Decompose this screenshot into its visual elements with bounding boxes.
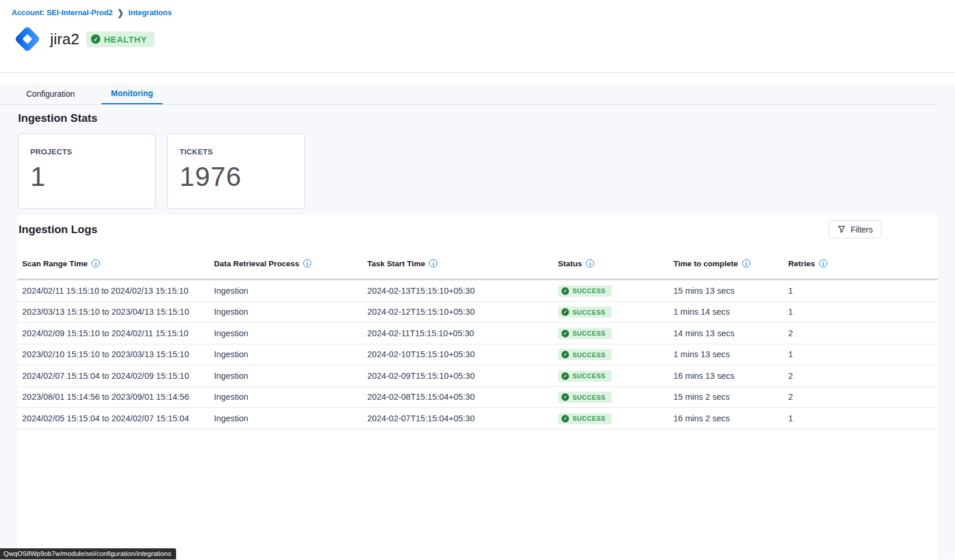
table-row: 2023/03/13 15:15:10 to 2023/04/13 15:15:… <box>17 302 938 323</box>
stat-label: PROJECTS <box>30 147 143 156</box>
cell-time-to-complete: 14 mins 13 secs <box>673 329 788 338</box>
filter-funnel-icon <box>837 225 846 234</box>
info-icon[interactable]: i <box>586 259 594 267</box>
tab-monitoring[interactable]: Monitoring <box>101 83 162 104</box>
check-circle-icon: ✓ <box>561 287 569 295</box>
status-badge: ✓ SUCCESS <box>558 286 612 297</box>
breadcrumb-integrations-link[interactable]: Integrations <box>128 8 171 17</box>
cell-task-start: 2024-02-13T15:15:10+05:30 <box>367 286 558 295</box>
cell-scan-range: 2023/02/10 15:15:10 to 2023/03/13 15:15:… <box>22 350 214 359</box>
jira-logo-icon <box>12 23 43 55</box>
status-badge-label: SUCCESS <box>573 394 606 401</box>
filters-button-label: Filters <box>851 225 873 234</box>
check-circle-icon: ✓ <box>561 351 569 358</box>
table-row: 2024/02/05 15:15:04 to 2024/02/07 15:15:… <box>17 408 938 429</box>
cell-status: ✓ SUCCESS <box>558 306 673 318</box>
cell-time-to-complete: 15 mins 2 secs <box>673 392 788 401</box>
table-row: 2024/02/07 15:15:04 to 2024/02/09 15:15:… <box>17 365 938 387</box>
cell-retries: 1 <box>788 307 938 316</box>
table-row: 2024/02/09 15:15:10 to 2024/02/11 15:15:… <box>17 323 938 344</box>
status-badge: ✓ SUCCESS <box>558 413 612 424</box>
cell-retries: 1 <box>788 414 938 423</box>
table-header-row: Scan Range Time i Data Retrieval Process… <box>17 248 938 279</box>
column-label: Data Retrieval Process <box>214 259 299 268</box>
breadcrumb-account-link[interactable]: Account: SEI-Internal-Prod2 <box>12 8 113 17</box>
page-title: jira2 <box>50 30 79 48</box>
column-header: Data Retrieval Process i <box>214 259 367 268</box>
cell-scan-range: 2024/02/07 15:15:04 to 2024/02/09 15:15:… <box>22 371 214 381</box>
stat-label: TICKETS <box>180 147 293 156</box>
check-circle-icon: ✓ <box>561 330 569 337</box>
stat-card-tickets: TICKETS 1976 <box>167 133 305 209</box>
info-icon[interactable]: i <box>429 259 437 267</box>
column-label: Time to complete <box>673 259 738 268</box>
status-badge-label: SUCCESS <box>573 351 606 358</box>
column-header: Retries i <box>788 259 938 268</box>
cell-status: ✓ SUCCESS <box>558 413 673 424</box>
stat-card-projects: PROJECTS 1 <box>18 133 156 209</box>
status-badge-label: SUCCESS <box>573 309 606 316</box>
check-circle-icon: ✓ <box>561 372 569 380</box>
cell-task-start: 2024-02-08T15:15:04+05:30 <box>367 392 558 401</box>
stat-value: 1 <box>30 161 143 192</box>
cell-status: ✓ SUCCESS <box>558 285 673 297</box>
cell-task-start: 2024-02-12T15:15:10+05:30 <box>367 307 558 316</box>
cell-retries: 1 <box>788 286 938 295</box>
info-icon[interactable]: i <box>819 259 827 267</box>
column-label: Status <box>558 259 582 268</box>
status-badge-label: SUCCESS <box>573 372 606 379</box>
check-circle-icon: ✓ <box>561 415 569 422</box>
column-header: Time to complete i <box>673 259 788 268</box>
table-row: 2024/02/11 15:15:10 to 2024/02/13 15:15:… <box>17 280 938 302</box>
info-icon[interactable]: i <box>303 259 311 267</box>
cell-retries: 2 <box>788 329 938 338</box>
ingestion-logs-header: Ingestion Logs Filters <box>17 215 938 238</box>
cell-process: Ingestion <box>214 414 367 423</box>
cell-scan-range: 2024/02/05 15:15:04 to 2024/02/07 15:15:… <box>22 414 214 423</box>
status-badge: ✓ SUCCESS <box>558 392 612 403</box>
tab-bar: Configuration Monitoring <box>0 83 938 105</box>
cell-process: Ingestion <box>214 392 367 401</box>
info-icon[interactable]: i <box>92 259 100 267</box>
cell-time-to-complete: 1 mins 14 secs <box>673 307 788 316</box>
column-label: Task Start Time <box>367 259 425 268</box>
link-url-tooltip: QwqOSlIWp9ob7w/module/sei/configuration/… <box>0 548 176 559</box>
table-row: 2023/02/10 15:15:10 to 2023/03/13 15:15:… <box>17 344 938 366</box>
cell-retries: 1 <box>788 350 938 359</box>
column-header: Status i <box>558 259 673 268</box>
health-status-label: HEALTHY <box>104 34 147 44</box>
cell-scan-range: 2023/03/13 15:15:10 to 2023/04/13 15:15:… <box>22 307 214 316</box>
cell-scan-range: 2024/02/09 15:15:10 to 2024/02/11 15:15:… <box>22 329 214 338</box>
ingestion-stats-heading: Ingestion Stats <box>18 112 938 125</box>
filters-button[interactable]: Filters <box>828 220 882 238</box>
cell-process: Ingestion <box>214 329 367 338</box>
column-label: Retries <box>788 259 815 268</box>
cell-task-start: 2024-02-09T15:15:10+05:30 <box>367 371 558 381</box>
info-icon[interactable]: i <box>742 259 750 267</box>
cell-process: Ingestion <box>214 371 367 381</box>
ingestion-stats-section: Ingestion Stats PROJECTS 1 TICKETS 1976 <box>0 105 955 209</box>
status-badge: ✓ SUCCESS <box>558 349 612 360</box>
cell-process: Ingestion <box>214 286 367 295</box>
cell-task-start: 2024-02-10T15:15:10+05:30 <box>367 350 558 359</box>
status-badge: ✓ SUCCESS <box>558 307 612 318</box>
integration-title-row: jira2 ✓ HEALTHY <box>12 23 943 55</box>
cell-time-to-complete: 16 mins 2 secs <box>673 414 788 423</box>
breadcrumb: Account: SEI-Internal-Prod2 ❯ Integratio… <box>12 8 943 17</box>
cell-status: ✓ SUCCESS <box>558 327 673 339</box>
health-status-badge: ✓ HEALTHY <box>86 31 155 47</box>
status-badge: ✓ SUCCESS <box>558 328 612 339</box>
chevron-right-icon: ❯ <box>117 8 124 17</box>
table-body: 2024/02/11 15:15:10 to 2024/02/13 15:15:… <box>17 280 938 429</box>
tab-configuration[interactable]: Configuration <box>17 83 84 104</box>
status-badge-label: SUCCESS <box>573 330 606 337</box>
stat-value: 1976 <box>180 161 293 192</box>
cell-task-start: 2024-02-11T15:15:10+05:30 <box>367 329 558 338</box>
cell-status: ✓ SUCCESS <box>558 348 673 360</box>
ingestion-logs-table: Scan Range Time i Data Retrieval Process… <box>17 248 938 429</box>
header-spacer <box>0 73 955 83</box>
main-content: Configuration Monitoring Ingestion Stats… <box>0 83 955 559</box>
cell-process: Ingestion <box>214 350 367 359</box>
column-header: Task Start Time i <box>367 259 558 268</box>
cell-status: ✓ SUCCESS <box>558 391 673 403</box>
